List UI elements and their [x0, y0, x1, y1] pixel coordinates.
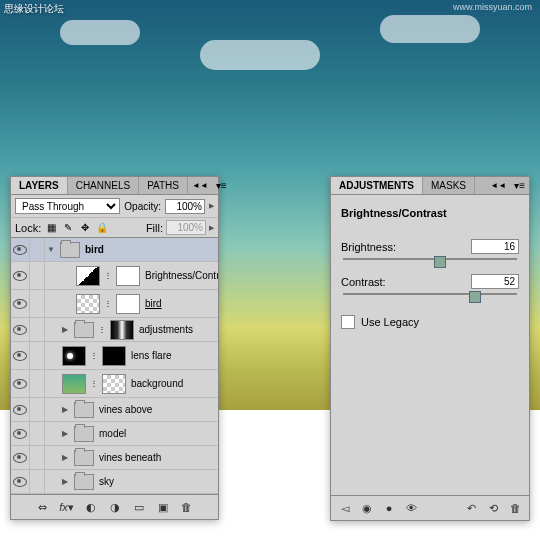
- eye-icon: [13, 477, 27, 487]
- mask-link-icon[interactable]: ⋮: [89, 381, 99, 387]
- mask-link-icon[interactable]: ⋮: [89, 353, 99, 359]
- visibility-toggle[interactable]: [11, 422, 30, 445]
- layer-row[interactable]: ▼bird: [11, 238, 218, 262]
- opacity-dropdown-icon[interactable]: ▶: [209, 202, 214, 210]
- visibility-toggle[interactable]: [11, 262, 30, 289]
- brightness-slider[interactable]: [343, 258, 517, 260]
- link-cell: [30, 470, 45, 493]
- eye-icon: [13, 325, 27, 335]
- new-layer-icon[interactable]: ▣: [155, 499, 171, 515]
- opacity-label: Opacity:: [124, 201, 161, 212]
- eye-icon: [13, 429, 27, 439]
- layer-fx-icon[interactable]: fx▾: [59, 499, 75, 515]
- mask-thumb: [116, 294, 140, 314]
- use-legacy-label: Use Legacy: [361, 316, 419, 328]
- tab-adjustments[interactable]: ADJUSTMENTS: [331, 177, 423, 194]
- lock-position-icon[interactable]: ✥: [78, 221, 92, 235]
- layer-name[interactable]: vines beneath: [97, 452, 218, 463]
- mask-link-icon[interactable]: ⋮: [103, 301, 113, 307]
- expand-toggle[interactable]: ▶: [59, 405, 71, 414]
- layer-name[interactable]: Brightness/Contrast 4: [143, 270, 218, 281]
- contrast-slider[interactable]: [343, 293, 517, 295]
- visibility-toggle[interactable]: [11, 342, 30, 369]
- contrast-slider-thumb[interactable]: [469, 291, 481, 303]
- layer-row[interactable]: ⋮bird: [11, 290, 218, 318]
- cloud: [200, 40, 320, 70]
- use-legacy-checkbox[interactable]: [341, 315, 355, 329]
- blend-mode-select[interactable]: Pass Through: [15, 198, 120, 214]
- layer-row[interactable]: ⋮Brightness/Contrast 4: [11, 262, 218, 290]
- visibility-toggle[interactable]: [11, 398, 30, 421]
- expand-view-icon[interactable]: ◉: [359, 500, 375, 516]
- layer-name[interactable]: adjustments: [137, 324, 218, 335]
- panel-menu-icon[interactable]: ▾≡: [212, 180, 231, 191]
- new-group-icon[interactable]: ▭: [131, 499, 147, 515]
- link-layers-icon[interactable]: ⇔: [35, 499, 51, 515]
- visibility-toggle[interactable]: [11, 370, 30, 397]
- folder-icon: [74, 426, 94, 442]
- mask-thumb: [110, 320, 134, 340]
- delete-layer-icon[interactable]: 🗑: [179, 499, 195, 515]
- layer-row[interactable]: ▶sky: [11, 470, 218, 494]
- lock-row: Lock: ▦ ✎ ✥ 🔒 Fill: 100% ▶: [11, 218, 218, 238]
- layer-row[interactable]: ⋮lens flare: [11, 342, 218, 370]
- fill-dropdown-icon[interactable]: ▶: [209, 224, 214, 232]
- layer-name[interactable]: bird: [83, 244, 218, 255]
- link-cell: [30, 290, 45, 317]
- layer-row[interactable]: ▶vines beneath: [11, 446, 218, 470]
- layer-row[interactable]: ▶model: [11, 422, 218, 446]
- panel-collapse-icon[interactable]: ◄◄: [486, 181, 510, 190]
- expand-toggle[interactable]: ▶: [59, 429, 71, 438]
- fill-value[interactable]: 100%: [166, 220, 206, 235]
- opacity-value[interactable]: 100%: [165, 199, 205, 214]
- delete-adjustment-icon[interactable]: 🗑: [507, 500, 523, 516]
- contrast-input[interactable]: [471, 274, 519, 289]
- previous-state-icon[interactable]: ↶: [463, 500, 479, 516]
- clip-to-layer-icon[interactable]: ●: [381, 500, 397, 516]
- expand-toggle[interactable]: ▶: [59, 325, 71, 334]
- visibility-toggle[interactable]: [11, 318, 30, 341]
- return-icon[interactable]: ◅: [337, 500, 353, 516]
- visibility-toggle[interactable]: [11, 446, 30, 469]
- tab-layers[interactable]: LAYERS: [11, 177, 68, 194]
- layer-row[interactable]: ⋮background: [11, 370, 218, 398]
- add-mask-icon[interactable]: ◐: [83, 499, 99, 515]
- adjustment-layer-icon[interactable]: ◑: [107, 499, 123, 515]
- reset-icon[interactable]: ⟲: [485, 500, 501, 516]
- layer-name[interactable]: vines above: [97, 404, 218, 415]
- layer-name[interactable]: model: [97, 428, 218, 439]
- panel-collapse-icon[interactable]: ◄◄: [188, 181, 212, 190]
- link-cell: [30, 422, 45, 445]
- toggle-visibility-icon[interactable]: 👁: [403, 500, 419, 516]
- layer-name[interactable]: sky: [97, 476, 218, 487]
- expand-toggle[interactable]: ▶: [59, 477, 71, 486]
- brightness-slider-thumb[interactable]: [434, 256, 446, 268]
- eye-icon: [13, 405, 27, 415]
- lock-all-icon[interactable]: 🔒: [95, 221, 109, 235]
- layers-footer: ⇔ fx▾ ◐ ◑ ▭ ▣ 🗑: [11, 494, 218, 519]
- eye-icon: [13, 299, 27, 309]
- layer-row[interactable]: ▶⋮adjustments: [11, 318, 218, 342]
- layer-name[interactable]: lens flare: [129, 350, 218, 361]
- mask-link-icon[interactable]: ⋮: [103, 273, 113, 279]
- layer-row[interactable]: ▶vines above: [11, 398, 218, 422]
- visibility-toggle[interactable]: [11, 290, 30, 317]
- lock-transparency-icon[interactable]: ▦: [44, 221, 58, 235]
- expand-toggle[interactable]: ▼: [45, 245, 57, 254]
- lock-paint-icon[interactable]: ✎: [61, 221, 75, 235]
- panel-menu-icon[interactable]: ▾≡: [510, 180, 529, 191]
- use-legacy-row[interactable]: Use Legacy: [341, 315, 519, 329]
- layer-name[interactable]: background: [129, 378, 218, 389]
- visibility-toggle[interactable]: [11, 470, 30, 493]
- layer-name[interactable]: bird: [143, 298, 218, 309]
- expand-toggle[interactable]: ▶: [59, 453, 71, 462]
- tab-channels[interactable]: CHANNELS: [68, 177, 139, 194]
- layers-panel: LAYERS CHANNELS PATHS ◄◄ ▾≡ Pass Through…: [10, 176, 219, 520]
- mask-link-icon[interactable]: ⋮: [97, 327, 107, 333]
- eye-icon: [13, 379, 27, 389]
- cloud: [380, 15, 480, 43]
- tab-paths[interactable]: PATHS: [139, 177, 188, 194]
- visibility-toggle[interactable]: [11, 238, 30, 261]
- brightness-input[interactable]: [471, 239, 519, 254]
- tab-masks[interactable]: MASKS: [423, 177, 475, 194]
